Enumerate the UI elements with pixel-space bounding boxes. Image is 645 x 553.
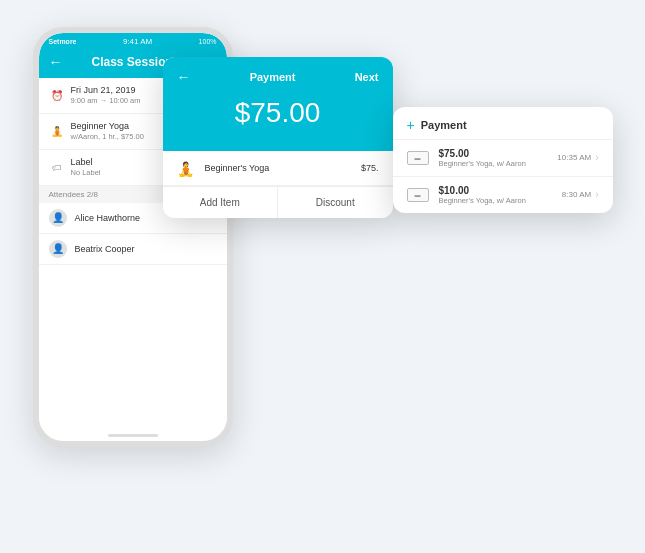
service-icon: 🧘 bbox=[49, 123, 65, 139]
time-label: 9:41 AM bbox=[123, 37, 152, 46]
status-bar: Setmore 9:41 AM 100% bbox=[39, 33, 227, 48]
service-sub: w/Aaron, 1 hr., $75.00 bbox=[71, 132, 144, 143]
session-date: Fri Jun 21, 2019 bbox=[71, 84, 141, 97]
attendee-name-2: Beatrix Cooper bbox=[75, 244, 135, 254]
attendee-name-1: Alice Hawthorne bbox=[75, 213, 141, 223]
discount-button[interactable]: Discount bbox=[278, 187, 393, 218]
payment-list-header: + Payment bbox=[393, 107, 613, 140]
card-icon: ▬ bbox=[407, 188, 429, 202]
chevron-right-icon: › bbox=[595, 189, 598, 200]
payment-next-button[interactable]: Next bbox=[355, 71, 379, 83]
payment-desc-1: Beginner's Yoga, w/ Aaron bbox=[439, 159, 558, 168]
service-name: Beginner Yoga bbox=[71, 120, 144, 133]
home-indicator bbox=[108, 434, 158, 437]
battery-label: 100% bbox=[199, 38, 217, 45]
payment-amount-2: $10.00 bbox=[439, 185, 562, 196]
label-icon: 🏷 bbox=[49, 159, 65, 175]
payment-desc-2: Beginner's Yoga, w/ Aaron bbox=[439, 196, 562, 205]
payment-info-2: $10.00 Beginner's Yoga, w/ Aaron bbox=[439, 185, 562, 205]
add-item-button[interactable]: Add Item bbox=[163, 187, 279, 218]
back-button[interactable]: ← bbox=[49, 54, 63, 70]
payment-back-button[interactable]: ← bbox=[177, 69, 191, 85]
page-title: Class Session bbox=[91, 55, 172, 69]
label-title: Label bbox=[71, 156, 101, 169]
clock-icon: ⏰ bbox=[49, 87, 65, 103]
avatar-icon: 👤 bbox=[49, 240, 67, 258]
payment-list-item[interactable]: ▬ $75.00 Beginner's Yoga, w/ Aaron 10:35… bbox=[393, 140, 613, 177]
payment-amount-1: $75.00 bbox=[439, 148, 558, 159]
chevron-right-icon: › bbox=[595, 152, 598, 163]
payment-header: ← Payment Next $75.00 bbox=[163, 57, 393, 151]
payment-info-1: $75.00 Beginner's Yoga, w/ Aaron bbox=[439, 148, 558, 168]
carrier-label: Setmore bbox=[49, 38, 77, 45]
session-time: 9:00 am → 10:00 am bbox=[71, 96, 141, 107]
payment-time-2: 8:30 AM bbox=[562, 190, 591, 199]
card-icon: ▬ bbox=[407, 151, 429, 165]
payment-line-item: 🧘 Beginner's Yoga $75. bbox=[163, 151, 393, 186]
payment-title: Payment bbox=[250, 71, 296, 83]
label-value: No Label bbox=[71, 168, 101, 179]
avatar-icon: 👤 bbox=[49, 209, 67, 227]
item-name: Beginner's Yoga bbox=[205, 163, 361, 173]
payment-amount: $75.00 bbox=[177, 93, 379, 135]
payment-list-title: Payment bbox=[421, 119, 467, 131]
payment-nav: ← Payment Next bbox=[177, 69, 379, 85]
payment-body: 🧘 Beginner's Yoga $75. Add Item Discount bbox=[163, 151, 393, 218]
scene: Setmore 9:41 AM 100% ← Class Session ···… bbox=[33, 17, 613, 537]
payment-card: ← Payment Next $75.00 🧘 Beginner's Yoga … bbox=[163, 57, 393, 218]
payment-list-card: + Payment ▬ $75.00 Beginner's Yoga, w/ A… bbox=[393, 107, 613, 213]
payment-actions: Add Item Discount bbox=[163, 186, 393, 218]
payment-list-item[interactable]: ▬ $10.00 Beginner's Yoga, w/ Aaron 8:30 … bbox=[393, 177, 613, 213]
plus-icon: + bbox=[407, 117, 415, 133]
payment-time-1: 10:35 AM bbox=[557, 153, 591, 162]
yoga-icon: 🧘 bbox=[177, 161, 197, 175]
item-price: $75. bbox=[361, 163, 379, 173]
attendee-row[interactable]: 👤 Beatrix Cooper bbox=[39, 234, 227, 265]
